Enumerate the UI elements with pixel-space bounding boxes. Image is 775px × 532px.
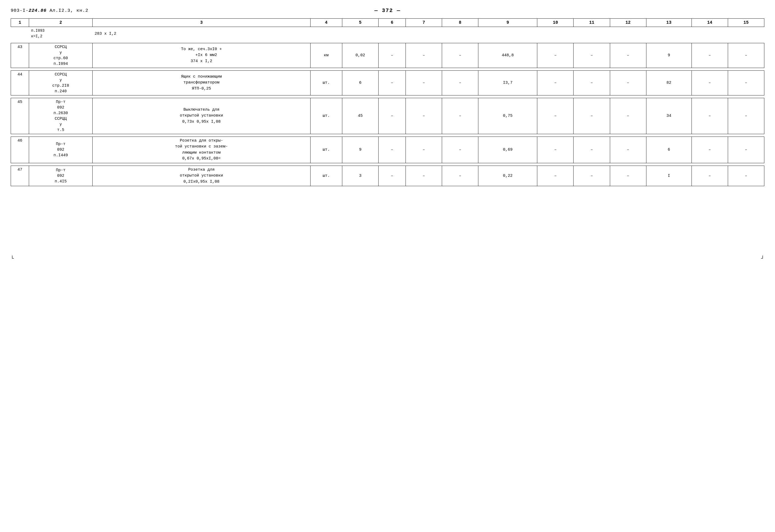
pre-col8 — [442, 27, 478, 41]
pre-col5 — [342, 27, 378, 41]
row44-num: 44 — [11, 70, 29, 95]
row43-desc: То же, сеч.3хI0 + +Ix 6 мм2374 х I,2 — [93, 43, 310, 68]
page-footer: └ ┘ — [11, 255, 764, 262]
row44-col6: – — [378, 70, 406, 95]
row45-col13: 34 — [646, 98, 692, 134]
pre-col2: п.I093к=I,2 — [29, 27, 93, 41]
row43-col5: 0,02 — [342, 43, 378, 68]
row43-col7: – — [406, 43, 442, 68]
row44-col15: – — [728, 70, 764, 95]
row47-ref: Пр-т092п.4I5 — [29, 166, 93, 186]
row45-col7: – — [406, 98, 442, 134]
col-header-11: 11 — [574, 19, 610, 27]
row43-col15: – — [728, 43, 764, 68]
row45-unit: шт. — [310, 98, 342, 134]
row44-col7: – — [406, 70, 442, 95]
ref-prefix: 903-I- — [11, 8, 29, 13]
row46-col14: – — [692, 137, 728, 163]
row46-ref: Пр-т092п.I449 — [29, 137, 93, 163]
row47-col7: – — [406, 166, 442, 186]
col-header-13: 13 — [646, 19, 692, 27]
col-header-10: 10 — [537, 19, 574, 27]
spacer-5 — [11, 163, 764, 166]
ref-rest: Ал.I2.3, кн.2 — [46, 8, 88, 13]
table-row: 43 ССРСЦустр.60п.I094 То же, сеч.3хI0 + … — [11, 43, 764, 68]
pre-col12 — [610, 27, 646, 41]
pre-col7 — [406, 27, 442, 41]
pre-col10 — [537, 27, 574, 41]
row47-col9: 0,22 — [478, 166, 537, 186]
row44-col8: – — [442, 70, 478, 95]
col-header-7: 7 — [406, 19, 442, 27]
ref-bold: 224.86 — [29, 8, 46, 13]
table-row: 47 Пр-т092п.4I5 Розетка дляоткрытой уста… — [11, 166, 764, 186]
pre-col1 — [11, 27, 29, 41]
pre-col9 — [478, 27, 537, 41]
pre-col14 — [692, 27, 728, 41]
row45-col11: – — [574, 98, 610, 134]
row46-col11: – — [574, 137, 610, 163]
row43-col6: – — [378, 43, 406, 68]
row44-col10: – — [537, 70, 574, 95]
row47-col14: – — [692, 166, 728, 186]
row46-col12: – — [610, 137, 646, 163]
col-header-12: 12 — [610, 19, 646, 27]
col-header-8: 8 — [442, 19, 478, 27]
row47-desc: Розетка дляоткрытой установки0,2Iх0,95х … — [93, 166, 310, 186]
row44-col13: 82 — [646, 70, 692, 95]
footer-right: ┘ — [761, 255, 764, 262]
row45-desc: Выключатель дляоткрытой установки0,73х 0… — [93, 98, 310, 134]
row47-col11: – — [574, 166, 610, 186]
spacer-1 — [11, 40, 764, 43]
row43-col13: 9 — [646, 43, 692, 68]
row46-unit: шт. — [310, 137, 342, 163]
row46-col6: – — [378, 137, 406, 163]
row47-num: 47 — [11, 166, 29, 186]
pre-header-row: п.I093к=I,2 283 х I,2 — [11, 27, 764, 41]
row46-col8: – — [442, 137, 478, 163]
row47-col5: 3 — [342, 166, 378, 186]
row45-col10: – — [537, 98, 574, 134]
row43-col8: – — [442, 43, 478, 68]
pre-col11 — [574, 27, 610, 41]
pre-col3: 283 х I,2 — [93, 27, 310, 41]
row43-unit: км — [310, 43, 342, 68]
row44-col12: – — [610, 70, 646, 95]
main-table: 1 2 3 4 5 6 7 8 9 10 11 12 13 14 15 п.I0… — [11, 18, 764, 239]
spacer-3 — [11, 95, 764, 98]
row44-col11: – — [574, 70, 610, 95]
row44-unit: шт. — [310, 70, 342, 95]
row45-col12: – — [610, 98, 646, 134]
row44-col5: 6 — [342, 70, 378, 95]
row43-col10: – — [537, 43, 574, 68]
pre-col6 — [378, 27, 406, 41]
spacer-6 — [11, 186, 764, 239]
row43-num: 43 — [11, 43, 29, 68]
row46-col15: – — [728, 137, 764, 163]
col-header-6: 6 — [378, 19, 406, 27]
table-header-row: 1 2 3 4 5 6 7 8 9 10 11 12 13 14 15 — [11, 19, 764, 27]
table-row: 46 Пр-т092п.I449 Розетка для откры-той у… — [11, 137, 764, 163]
col-header-2: 2 — [29, 19, 93, 27]
row43-ref: ССРСЦустр.60п.I094 — [29, 43, 93, 68]
row47-col10: – — [537, 166, 574, 186]
table-row: 45 Пр-т092п.2630ССРЦЦут.5 Выключатель дл… — [11, 98, 764, 134]
spacer-2 — [11, 68, 764, 70]
row44-desc: Ящик с понижающимтрансформаторомЯТП-0,25 — [93, 70, 310, 95]
footer-left: └ — [11, 255, 14, 262]
row47-col12: – — [610, 166, 646, 186]
col-header-15: 15 — [728, 19, 764, 27]
row47-col8: – — [442, 166, 478, 186]
row46-col5: 9 — [342, 137, 378, 163]
row46-col13: 6 — [646, 137, 692, 163]
pre-col4 — [310, 27, 342, 41]
row45-col15: – — [728, 98, 764, 134]
row45-col9: 0,75 — [478, 98, 537, 134]
col-header-5: 5 — [342, 19, 378, 27]
row47-col15: – — [728, 166, 764, 186]
row47-unit: шт. — [310, 166, 342, 186]
row43-col12: – — [610, 43, 646, 68]
table-row: 44 ССРСЦустр.2I8п.240 Ящик с понижающимт… — [11, 70, 764, 95]
col-header-1: 1 — [11, 19, 29, 27]
spacer-4 — [11, 134, 764, 137]
